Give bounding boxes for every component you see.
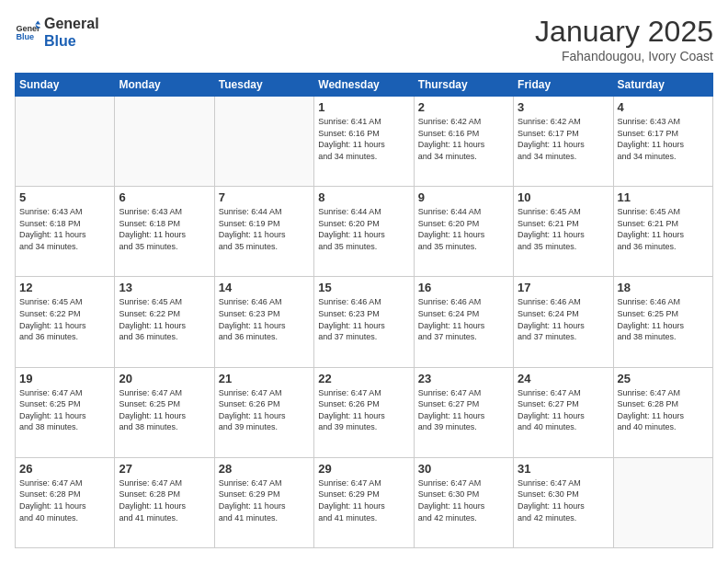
- day-number: 7: [219, 190, 310, 204]
- calendar-cell: 30Sunrise: 6:47 AM Sunset: 6:30 PM Dayli…: [414, 457, 513, 547]
- calendar-cell: [613, 457, 712, 547]
- calendar-cell: 4Sunrise: 6:43 AM Sunset: 6:17 PM Daylig…: [613, 97, 712, 187]
- calendar-cell: 9Sunrise: 6:44 AM Sunset: 6:20 PM Daylig…: [414, 187, 513, 277]
- day-info: Sunrise: 6:45 AM Sunset: 6:21 PM Dayligh…: [618, 206, 709, 252]
- day-number: 8: [318, 190, 409, 204]
- day-info: Sunrise: 6:47 AM Sunset: 6:25 PM Dayligh…: [119, 387, 210, 433]
- day-info: Sunrise: 6:47 AM Sunset: 6:27 PM Dayligh…: [518, 387, 609, 433]
- day-info: Sunrise: 6:47 AM Sunset: 6:27 PM Dayligh…: [418, 387, 509, 433]
- day-info: Sunrise: 6:47 AM Sunset: 6:26 PM Dayligh…: [318, 387, 409, 433]
- day-info: Sunrise: 6:47 AM Sunset: 6:25 PM Dayligh…: [19, 387, 110, 433]
- month-title: January 2025: [535, 15, 713, 49]
- day-info: Sunrise: 6:46 AM Sunset: 6:25 PM Dayligh…: [618, 296, 709, 342]
- day-number: 21: [219, 372, 310, 385]
- calendar-week-row: 5Sunrise: 6:43 AM Sunset: 6:18 PM Daylig…: [16, 187, 713, 277]
- day-info: Sunrise: 6:42 AM Sunset: 6:16 PM Dayligh…: [418, 116, 509, 162]
- day-number: 28: [219, 462, 310, 476]
- calendar-cell: 2Sunrise: 6:42 AM Sunset: 6:16 PM Daylig…: [414, 97, 513, 187]
- day-number: 9: [418, 190, 509, 204]
- day-number: 23: [418, 372, 509, 385]
- calendar-cell: 26Sunrise: 6:47 AM Sunset: 6:28 PM Dayli…: [16, 457, 115, 547]
- svg-text:Blue: Blue: [16, 33, 34, 42]
- header: General Blue General Blue January 2025 F…: [15, 15, 713, 63]
- calendar-header-tuesday: Tuesday: [214, 74, 313, 97]
- day-info: Sunrise: 6:43 AM Sunset: 6:17 PM Dayligh…: [618, 116, 709, 162]
- day-number: 20: [119, 372, 210, 385]
- day-info: Sunrise: 6:45 AM Sunset: 6:22 PM Dayligh…: [119, 296, 210, 342]
- calendar-cell: 15Sunrise: 6:46 AM Sunset: 6:23 PM Dayli…: [314, 277, 414, 367]
- page: General Blue General Blue January 2025 F…: [0, 0, 728, 563]
- logo: General Blue General Blue: [15, 15, 99, 50]
- day-info: Sunrise: 6:44 AM Sunset: 6:19 PM Dayligh…: [219, 206, 310, 252]
- calendar-cell: 22Sunrise: 6:47 AM Sunset: 6:26 PM Dayli…: [314, 367, 414, 457]
- day-info: Sunrise: 6:47 AM Sunset: 6:30 PM Dayligh…: [518, 477, 609, 523]
- calendar-week-row: 26Sunrise: 6:47 AM Sunset: 6:28 PM Dayli…: [16, 457, 713, 547]
- day-number: 29: [318, 462, 409, 476]
- day-number: 6: [119, 190, 210, 204]
- calendar-cell: 31Sunrise: 6:47 AM Sunset: 6:30 PM Dayli…: [514, 457, 613, 547]
- calendar-cell: 8Sunrise: 6:44 AM Sunset: 6:20 PM Daylig…: [314, 187, 414, 277]
- logo-blue: Blue: [44, 32, 99, 50]
- day-info: Sunrise: 6:47 AM Sunset: 6:30 PM Dayligh…: [418, 477, 509, 523]
- location: Fahandougou, Ivory Coast: [535, 49, 713, 63]
- day-number: 26: [19, 462, 110, 476]
- calendar-header-row: SundayMondayTuesdayWednesdayThursdayFrid…: [16, 74, 713, 97]
- day-info: Sunrise: 6:41 AM Sunset: 6:16 PM Dayligh…: [318, 116, 409, 162]
- calendar-cell: 16Sunrise: 6:46 AM Sunset: 6:24 PM Dayli…: [414, 277, 513, 367]
- calendar-cell: 1Sunrise: 6:41 AM Sunset: 6:16 PM Daylig…: [314, 97, 414, 187]
- day-number: 18: [618, 281, 709, 294]
- day-number: 10: [518, 190, 609, 204]
- day-info: Sunrise: 6:42 AM Sunset: 6:17 PM Dayligh…: [518, 116, 609, 162]
- day-number: 24: [518, 372, 609, 385]
- day-info: Sunrise: 6:47 AM Sunset: 6:28 PM Dayligh…: [19, 477, 110, 523]
- day-number: 15: [318, 281, 409, 294]
- day-info: Sunrise: 6:47 AM Sunset: 6:26 PM Dayligh…: [219, 387, 310, 433]
- calendar-cell: 13Sunrise: 6:45 AM Sunset: 6:22 PM Dayli…: [115, 277, 214, 367]
- calendar-cell: [214, 97, 313, 187]
- calendar-cell: [115, 97, 214, 187]
- calendar-header-saturday: Saturday: [613, 74, 712, 97]
- calendar-week-row: 12Sunrise: 6:45 AM Sunset: 6:22 PM Dayli…: [16, 277, 713, 367]
- day-info: Sunrise: 6:47 AM Sunset: 6:28 PM Dayligh…: [618, 387, 709, 433]
- calendar-cell: 24Sunrise: 6:47 AM Sunset: 6:27 PM Dayli…: [514, 367, 613, 457]
- day-number: 17: [518, 281, 609, 294]
- calendar-header-monday: Monday: [115, 74, 214, 97]
- day-number: 12: [19, 281, 110, 294]
- calendar-cell: 19Sunrise: 6:47 AM Sunset: 6:25 PM Dayli…: [16, 367, 115, 457]
- calendar-cell: 14Sunrise: 6:46 AM Sunset: 6:23 PM Dayli…: [214, 277, 313, 367]
- calendar-header-friday: Friday: [514, 74, 613, 97]
- calendar-cell: 23Sunrise: 6:47 AM Sunset: 6:27 PM Dayli…: [414, 367, 513, 457]
- logo-icon: General Blue: [15, 19, 40, 45]
- day-info: Sunrise: 6:43 AM Sunset: 6:18 PM Dayligh…: [19, 206, 110, 252]
- calendar-header-sunday: Sunday: [16, 74, 115, 97]
- day-number: 22: [318, 372, 409, 385]
- calendar-cell: 6Sunrise: 6:43 AM Sunset: 6:18 PM Daylig…: [115, 187, 214, 277]
- calendar-week-row: 19Sunrise: 6:47 AM Sunset: 6:25 PM Dayli…: [16, 367, 713, 457]
- day-number: 14: [219, 281, 310, 294]
- calendar-cell: 18Sunrise: 6:46 AM Sunset: 6:25 PM Dayli…: [613, 277, 712, 367]
- calendar-cell: 12Sunrise: 6:45 AM Sunset: 6:22 PM Dayli…: [16, 277, 115, 367]
- calendar-cell: 21Sunrise: 6:47 AM Sunset: 6:26 PM Dayli…: [214, 367, 313, 457]
- day-number: 31: [518, 462, 609, 476]
- svg-marker-2: [35, 21, 40, 25]
- calendar-cell: 17Sunrise: 6:46 AM Sunset: 6:24 PM Dayli…: [514, 277, 613, 367]
- calendar-cell: 20Sunrise: 6:47 AM Sunset: 6:25 PM Dayli…: [115, 367, 214, 457]
- calendar-cell: 5Sunrise: 6:43 AM Sunset: 6:18 PM Daylig…: [16, 187, 115, 277]
- day-number: 2: [418, 100, 509, 114]
- day-info: Sunrise: 6:45 AM Sunset: 6:22 PM Dayligh…: [19, 296, 110, 342]
- calendar-cell: 3Sunrise: 6:42 AM Sunset: 6:17 PM Daylig…: [514, 97, 613, 187]
- calendar-cell: 29Sunrise: 6:47 AM Sunset: 6:29 PM Dayli…: [314, 457, 414, 547]
- calendar-cell: 27Sunrise: 6:47 AM Sunset: 6:28 PM Dayli…: [115, 457, 214, 547]
- day-number: 30: [418, 462, 509, 476]
- day-info: Sunrise: 6:44 AM Sunset: 6:20 PM Dayligh…: [418, 206, 509, 252]
- day-number: 4: [618, 100, 709, 114]
- calendar-cell: 7Sunrise: 6:44 AM Sunset: 6:19 PM Daylig…: [214, 187, 313, 277]
- title-block: January 2025 Fahandougou, Ivory Coast: [535, 15, 713, 63]
- day-info: Sunrise: 6:47 AM Sunset: 6:29 PM Dayligh…: [219, 477, 310, 523]
- day-info: Sunrise: 6:47 AM Sunset: 6:29 PM Dayligh…: [318, 477, 409, 523]
- day-info: Sunrise: 6:46 AM Sunset: 6:24 PM Dayligh…: [518, 296, 609, 342]
- day-number: 19: [19, 372, 110, 385]
- day-number: 16: [418, 281, 509, 294]
- day-info: Sunrise: 6:47 AM Sunset: 6:28 PM Dayligh…: [119, 477, 210, 523]
- day-number: 11: [618, 190, 709, 204]
